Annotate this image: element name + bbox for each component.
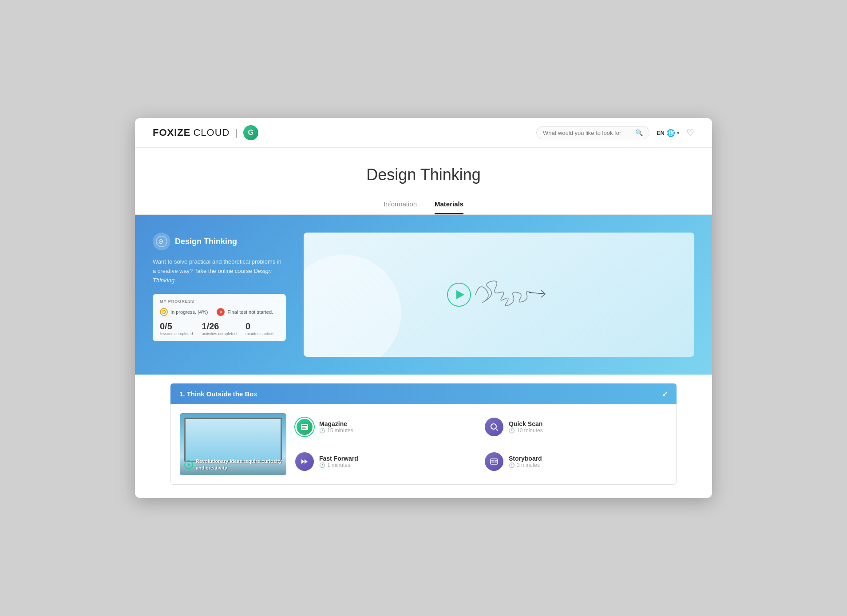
svg-line-7	[496, 429, 498, 431]
stat-activities-number: 1/26	[202, 321, 237, 332]
clock-icon-3: 🕐	[319, 462, 325, 468]
hero-description: Want to solve practical and theoretical …	[153, 257, 286, 285]
magazine-info: Magazine 🕐 15 minutes	[319, 420, 478, 434]
lesson-caption: Revolutionary ideas require curiosity an…	[184, 458, 282, 471]
header: FOXIZECLOUD | G 🔍 EN 🌐 ▾ ♡	[135, 118, 712, 148]
search-bar[interactable]: 🔍	[536, 126, 649, 139]
status-final-test: ✕ Final test not started.	[217, 308, 273, 316]
stat-minutes: 0 minutes studied	[245, 321, 273, 336]
magazine-icon	[295, 418, 314, 436]
svg-rect-5	[302, 428, 306, 429]
svg-rect-12	[495, 460, 497, 462]
logo-g-icon: G	[243, 125, 258, 140]
header-right: 🔍 EN 🌐 ▾ ♡	[536, 126, 694, 139]
course-icon	[153, 233, 170, 250]
logo-cloud: CLOUD	[193, 127, 230, 138]
storyboard-name: Storyboard	[509, 455, 667, 462]
status-final-label: Final test not started.	[227, 309, 273, 315]
progress-card: MY PROGRESS In progress. (4%) ✕ Final te…	[153, 294, 286, 341]
lesson-video-thumbnail[interactable]: Revolutionary ideas require curiosity an…	[180, 413, 286, 475]
lang-label: EN	[657, 130, 665, 136]
lang-selector[interactable]: EN 🌐 ▾	[657, 129, 679, 137]
svg-rect-3	[302, 425, 307, 426]
hero-video-content	[447, 268, 551, 321]
lesson-group-header[interactable]: 1. Think Outside the Box ⤢	[170, 383, 677, 404]
status-dot-final: ✕	[217, 308, 225, 316]
storyboard-icon	[485, 452, 503, 471]
collapse-icon[interactable]: ⤢	[662, 390, 668, 398]
play-small-icon[interactable]	[184, 460, 193, 469]
logo: FOXIZECLOUD | G	[153, 125, 258, 140]
quick-scan-duration-text: 10 minutes	[517, 427, 543, 434]
lesson-group-title: 1. Think Outside the Box	[179, 390, 257, 398]
lesson-content: Revolutionary ideas require curiosity an…	[170, 404, 677, 485]
quick-scan-name: Quick Scan	[509, 420, 667, 427]
fast-forward-duration: 🕐 1 minutes	[319, 462, 478, 468]
clock-icon-4: 🕐	[509, 462, 515, 468]
svg-rect-4	[302, 427, 305, 428]
svg-marker-8	[301, 459, 305, 464]
fast-forward-duration-text: 1 minutes	[327, 462, 350, 468]
stat-lessons-label: lessons completed	[160, 332, 193, 336]
svg-rect-11	[491, 460, 494, 462]
globe-icon: 🌐	[666, 129, 675, 137]
content-section: 1. Think Outside the Box ⤢ Revolutionary…	[135, 383, 712, 498]
fast-forward-info: Fast Forward 🕐 1 minutes	[319, 455, 478, 468]
tab-information[interactable]: Information	[384, 200, 417, 214]
video-caption-text: Revolutionary ideas require curiosity an…	[196, 458, 282, 471]
stat-activities: 1/26 activities completed	[202, 321, 237, 336]
logo-foxize: FOXIZE	[153, 127, 190, 138]
stat-lessons-number: 0/5	[160, 321, 193, 332]
hero-course-title: Design Thinking	[175, 237, 237, 246]
hero-video[interactable]	[304, 233, 694, 357]
page-title-section: Design Thinking	[135, 148, 712, 193]
browser-window: FOXIZECLOUD | G 🔍 EN 🌐 ▾ ♡ Design Thinki…	[135, 118, 712, 498]
search-icon: 🔍	[635, 129, 643, 136]
play-icon	[456, 290, 464, 299]
quick-scan-icon	[485, 418, 503, 436]
svg-marker-9	[305, 459, 308, 464]
stat-lessons: 0/5 lessons completed	[160, 321, 193, 336]
lesson-item-fast-forward[interactable]: Fast Forward 🕐 1 minutes	[295, 448, 478, 475]
play-button[interactable]	[447, 283, 471, 307]
logo-divider: |	[235, 127, 238, 138]
fast-forward-name: Fast Forward	[319, 455, 478, 462]
hero-section: Design Thinking Want to solve practical …	[135, 215, 712, 375]
status-dot-progress	[160, 308, 168, 316]
clock-icon-2: 🕐	[509, 428, 515, 434]
stat-minutes-number: 0	[245, 321, 273, 332]
status-in-progress: In progress. (4%)	[160, 308, 208, 316]
status-progress-label: In progress. (4%)	[170, 309, 208, 315]
clock-icon: 🕐	[319, 428, 325, 434]
stat-activities-label: activities completed	[202, 332, 237, 336]
svg-rect-13	[491, 462, 497, 463]
circle-bg-decoration	[304, 255, 401, 357]
lesson-item-magazine[interactable]: Magazine 🕐 15 minutes	[295, 413, 478, 441]
storyboard-duration: 🕐 3 minutes	[509, 462, 667, 468]
tabs: Information Materials	[135, 193, 712, 215]
chevron-down-icon: ▾	[677, 130, 679, 135]
video-window-frame	[184, 418, 282, 462]
fast-forward-icon	[295, 452, 314, 471]
lesson-item-storyboard[interactable]: Storyboard 🕐 3 minutes	[485, 448, 667, 475]
wishlist-icon[interactable]: ♡	[686, 127, 694, 138]
svg-rect-10	[491, 459, 498, 464]
storyboard-duration-text: 3 minutes	[517, 462, 540, 468]
progress-card-title: MY PROGRESS	[160, 299, 279, 304]
svg-point-0	[156, 236, 167, 247]
hero-left: Design Thinking Want to solve practical …	[153, 233, 286, 357]
search-input[interactable]	[543, 130, 632, 136]
progress-status-row: In progress. (4%) ✕ Final test not start…	[160, 308, 279, 316]
lesson-items-grid: Magazine 🕐 15 minutes	[295, 413, 667, 475]
quick-scan-info: Quick Scan 🕐 10 minutes	[509, 420, 667, 434]
page-title: Design Thinking	[144, 166, 703, 184]
magazine-name: Magazine	[319, 420, 478, 427]
lesson-group: 1. Think Outside the Box ⤢ Revolutionary…	[170, 383, 677, 485]
hero-course-label: Design Thinking	[153, 233, 286, 250]
storyboard-info: Storyboard 🕐 3 minutes	[509, 455, 667, 468]
stat-minutes-label: minutes studied	[245, 332, 273, 336]
magazine-duration-text: 15 minutes	[327, 427, 353, 434]
tab-materials[interactable]: Materials	[435, 200, 463, 214]
lesson-item-quick-scan[interactable]: Quick Scan 🕐 10 minutes	[485, 413, 667, 441]
magazine-duration: 🕐 15 minutes	[319, 427, 478, 434]
